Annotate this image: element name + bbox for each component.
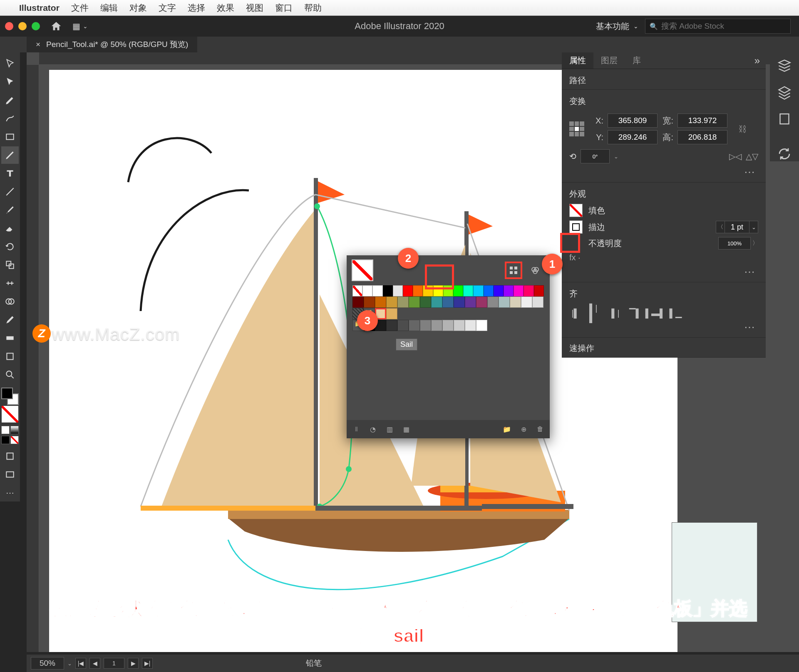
swatch-colorgroup-icon[interactable]: ▦: [401, 424, 412, 435]
pencil-tool[interactable]: [1, 146, 19, 164]
curvature-tool[interactable]: [1, 110, 19, 127]
opacity-input[interactable]: [718, 237, 751, 250]
swatch[interactable]: [521, 296, 532, 308]
zoom-window-button[interactable]: [32, 22, 40, 30]
document-tab[interactable]: × Pencil_Tool.ai* @ 50% (RGB/GPU 预览): [27, 37, 197, 52]
swatch-gray[interactable]: [476, 320, 487, 331]
menu-view[interactable]: 视图: [246, 2, 263, 14]
swatch[interactable]: [442, 296, 454, 308]
close-window-button[interactable]: [5, 22, 13, 30]
swatch[interactable]: [487, 296, 499, 308]
swatch-libraries-icon[interactable]: ⫴: [351, 424, 362, 435]
swatch[interactable]: [386, 296, 397, 308]
swatches-view-button[interactable]: [505, 262, 522, 279]
line-tool[interactable]: [1, 183, 19, 200]
menu-app[interactable]: Illustrator: [19, 3, 60, 13]
screen-mode-buttons[interactable]: [1, 436, 19, 444]
swatch-new-icon[interactable]: ⊕: [518, 424, 529, 435]
appearance-more-icon[interactable]: ⋯: [569, 266, 758, 279]
width-tool[interactable]: [1, 274, 19, 292]
swatch-none[interactable]: [352, 285, 362, 296]
menu-edit[interactable]: 编辑: [100, 2, 118, 14]
color-mode-buttons[interactable]: [1, 426, 19, 434]
h-input[interactable]: [677, 130, 727, 144]
home-icon[interactable]: [50, 20, 62, 32]
screen-mode-button[interactable]: [1, 466, 19, 483]
rotate-tool[interactable]: [1, 238, 19, 255]
swatch-gray[interactable]: [386, 320, 397, 331]
color-mixer-button[interactable]: [526, 262, 544, 279]
tab-properties[interactable]: 属性: [562, 52, 593, 69]
swatch[interactable]: [375, 296, 386, 308]
close-tab-icon[interactable]: ×: [36, 40, 40, 49]
menu-effect[interactable]: 效果: [217, 2, 234, 14]
swatch[interactable]: [454, 296, 465, 308]
swatch-gray[interactable]: [420, 320, 431, 331]
swatch-gray[interactable]: [442, 320, 454, 331]
flip-h-icon[interactable]: ▷◁: [729, 151, 742, 161]
artboard-tool[interactable]: [1, 348, 19, 365]
last-artboard-button[interactable]: ▶|: [142, 658, 153, 669]
swatch[interactable]: [431, 296, 442, 308]
swatch[interactable]: [504, 285, 514, 296]
constrain-proportions-icon[interactable]: ⛓: [738, 124, 747, 134]
draw-mode-button[interactable]: [1, 447, 19, 465]
align-top-icon[interactable]: ▔▌: [629, 307, 642, 319]
ruler-vertical[interactable]: [27, 65, 39, 652]
flip-v-icon[interactable]: △▽: [746, 151, 758, 161]
menu-help[interactable]: 帮助: [304, 2, 322, 14]
layers-dock-icon[interactable]: [777, 85, 792, 100]
pen-tool[interactable]: [1, 91, 19, 109]
swatch-registration[interactable]: [362, 285, 372, 296]
swatch-gray[interactable]: [465, 320, 476, 331]
swatch[interactable]: [510, 296, 521, 308]
paintbrush-tool[interactable]: [1, 201, 19, 219]
swatch[interactable]: [372, 285, 382, 296]
swatch[interactable]: [397, 296, 409, 308]
scale-tool[interactable]: [1, 256, 19, 274]
fx-icon[interactable]: fx ·: [569, 253, 581, 262]
swatch[interactable]: [463, 285, 473, 296]
selection-tool[interactable]: [1, 55, 19, 72]
fill-swatch[interactable]: [569, 204, 583, 217]
collapse-panel-icon[interactable]: »: [749, 55, 766, 67]
fill-none-indicator[interactable]: [2, 406, 18, 422]
swatch-options-icon[interactable]: ▥: [384, 424, 395, 435]
align-vcenter-icon[interactable]: ▌▬▌: [649, 307, 662, 319]
eraser-tool[interactable]: [1, 220, 19, 237]
swatch[interactable]: [532, 296, 543, 308]
popover-current-fill[interactable]: [352, 260, 372, 280]
swatch[interactable]: [352, 296, 364, 308]
align-right-icon[interactable]: ▌|: [609, 307, 622, 319]
swatch-gray[interactable]: [397, 320, 409, 331]
search-stock[interactable]: 🔍: [645, 19, 791, 34]
zoom-level[interactable]: 50%: [31, 657, 64, 670]
swatch-gray[interactable]: [409, 320, 420, 331]
menu-select[interactable]: 选择: [188, 2, 205, 14]
arrange-documents-button[interactable]: ▦ ⌄: [72, 21, 88, 31]
type-tool[interactable]: [1, 165, 19, 182]
edit-toolbar-button[interactable]: ⋯: [1, 484, 19, 502]
swatch[interactable]: [409, 296, 420, 308]
search-input[interactable]: [661, 22, 786, 31]
swatch[interactable]: [383, 285, 393, 296]
prev-artboard-button[interactable]: ◀: [89, 658, 100, 669]
rectangle-tool[interactable]: [1, 128, 19, 146]
artboard-nav-input[interactable]: 1: [104, 658, 124, 669]
properties-dock-icon[interactable]: [777, 58, 792, 73]
align-bottom-icon[interactable]: ▌▁: [669, 307, 682, 319]
stroke-swatch[interactable]: [569, 220, 583, 234]
swatch-gray[interactable]: [454, 320, 465, 331]
swatch[interactable]: [465, 296, 476, 308]
tab-libraries[interactable]: 库: [625, 52, 648, 69]
next-artboard-button[interactable]: ▶: [128, 658, 139, 669]
fill-stroke-proxy[interactable]: [1, 388, 19, 405]
y-input[interactable]: [608, 130, 658, 144]
swatch[interactable]: [393, 285, 403, 296]
swatch[interactable]: [473, 285, 483, 296]
menu-window[interactable]: 窗口: [275, 2, 293, 14]
swatch[interactable]: [420, 296, 431, 308]
swatch[interactable]: [453, 285, 463, 296]
shape-builder-tool[interactable]: [1, 293, 19, 310]
swatch[interactable]: [476, 296, 487, 308]
